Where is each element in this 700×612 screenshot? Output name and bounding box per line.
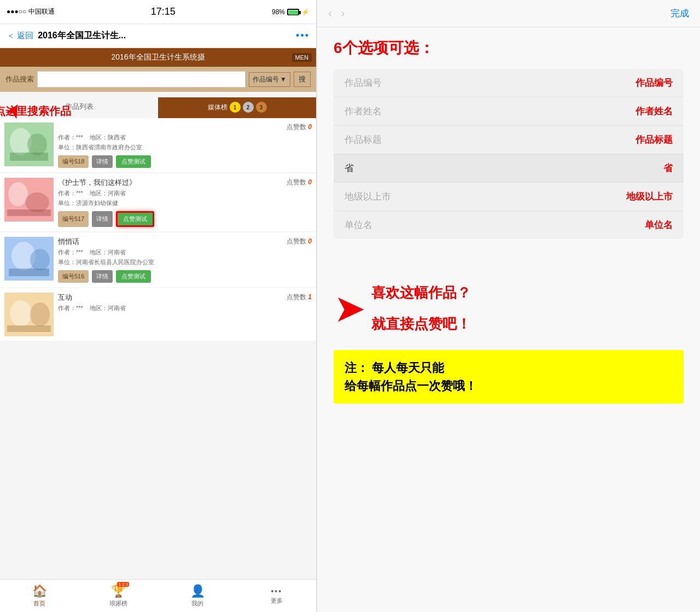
like-button-1[interactable]: 点赞测试: [116, 155, 151, 168]
tab-more[interactable]: ••• 更多: [237, 580, 317, 612]
notice-box: 注： 每人每天只能 给每幅作品点一次赞哦！: [334, 350, 684, 404]
nav-title: 2016年全国卫生计生...: [38, 30, 291, 42]
like-section: ➤ 喜欢这幅作品？ 就直接点赞吧！ 注： 每人每天只能 给每幅作品点一次赞哦！: [334, 272, 684, 404]
work-title-row-2: 《护士节，我们这样过》 点赞数 0: [58, 178, 312, 188]
more-button[interactable]: •••: [296, 30, 310, 42]
option-right-1: 作品编号: [509, 77, 673, 89]
nav-arrows: ‹ ›: [328, 7, 345, 21]
option-row-6[interactable]: 单位名 单位名: [334, 211, 684, 239]
time-text: 17:15: [151, 6, 176, 18]
option-row-3[interactable]: 作品标题 作品标题: [334, 126, 684, 154]
code-button-2[interactable]: 编号517: [58, 211, 89, 227]
bottom-tabbar: 🏠 首页 🏆 1 2 3 琅琊榜 👤 我的 ••• 更多: [0, 579, 316, 612]
notice-line2: 给每幅作品点一次赞哦！: [345, 377, 673, 395]
search-label: 作品搜索: [5, 74, 34, 84]
forward-arrow[interactable]: ›: [341, 7, 345, 21]
work-list: 点赞数 0 作者：*** 地区：陕西省 单位：陕西省渭南市政府办公室 编号518: [0, 118, 316, 579]
work-meta-1b: 单位：陕西省渭南市政府办公室: [58, 143, 312, 151]
search-input[interactable]: [41, 75, 242, 84]
detail-button-3[interactable]: 详情: [92, 270, 113, 283]
work-actions-2: 编号517 详情 点赞测试: [58, 211, 312, 227]
option-left-1: 作品编号: [345, 77, 509, 89]
work-title-4: 互动: [58, 293, 287, 302]
svg-point-6: [25, 193, 49, 212]
option-row-1[interactable]: 作品编号 作品编号: [334, 69, 684, 97]
tab-home-label: 首页: [33, 599, 45, 608]
svg-rect-4: [4, 178, 54, 222]
work-info-1: 点赞数 0 作者：*** 地区：陕西省 单位：陕西省渭南市政府办公室 编号518: [58, 123, 312, 168]
options-section: 6个选项可选： 作品编号 作品编号 作者姓名 作者姓名 作品标题: [334, 38, 684, 255]
likes-count-2: 点赞数 0: [287, 178, 312, 187]
svg-rect-11: [9, 269, 49, 276]
mine-icon: 👤: [190, 584, 205, 598]
option-left-4: 省: [345, 162, 509, 174]
code-button-1[interactable]: 编号518: [58, 155, 89, 168]
app-header: 2016年全国卫生计生系统摄 MEN: [0, 48, 316, 67]
work-thumbnail-3: [4, 237, 54, 281]
svg-rect-12: [4, 293, 54, 336]
search-type-button[interactable]: 作品编号 ▼: [249, 72, 290, 87]
detail-button-1[interactable]: 详情: [92, 155, 113, 168]
like-arrow-row: ➤ 喜欢这幅作品？ 就直接点赞吧！: [334, 272, 684, 345]
svg-point-10: [30, 249, 50, 271]
option-row-4[interactable]: 省 省: [334, 154, 684, 183]
nav-bar: ＜ 返回 2016年全国卫生计生... •••: [0, 24, 316, 48]
dropdown-icon: ▼: [280, 75, 287, 83]
svg-point-13: [10, 300, 32, 327]
tab-rankings[interactable]: 🏆 1 2 3 琅琊榜: [79, 580, 159, 612]
menu-button[interactable]: MEN: [292, 53, 312, 62]
tab-rankings-label: 媒体榜: [208, 103, 228, 112]
work-title-row-1: 点赞数 0: [58, 123, 312, 132]
rank-badge-3: 3: [256, 102, 267, 113]
tab-mine[interactable]: 👤 我的: [158, 580, 237, 612]
work-meta-1a: 作者：*** 地区：陕西省: [58, 133, 312, 142]
search-submit-button[interactable]: 搜: [294, 72, 311, 87]
work-title-row-4: 互动 点赞数 1: [58, 293, 312, 302]
option-left-3: 作品标题: [345, 133, 509, 146]
like-annotation-area: ➤ 喜欢这幅作品？ 就直接点赞吧！ 注： 每人每天只能 给每幅作品点一次赞哦！: [334, 272, 684, 404]
right-nav: ‹ › 完成: [317, 0, 700, 27]
search-type-label: 作品编号: [253, 75, 279, 84]
likes-count-4: 点赞数 1: [287, 293, 312, 302]
option-right-5: 地级以上市: [509, 190, 673, 203]
work-info-2: 《护士节，我们这样过》 点赞数 0 作者：*** 地区：河南省 单位：济源市妇幼…: [58, 178, 312, 227]
back-arrow[interactable]: ‹: [328, 7, 332, 21]
like-button-2[interactable]: 点赞测试: [116, 211, 154, 227]
rank-badge-1: 1: [230, 102, 241, 113]
option-right-3: 作品标题: [509, 133, 673, 146]
work-title-row-3: 悄悄话 点赞数 0: [58, 237, 312, 247]
likes-count-1: 点赞数 0: [287, 123, 312, 132]
work-thumbnail-4: [4, 293, 54, 336]
battery-area: 98% ⚡: [272, 8, 310, 16]
code-button-3[interactable]: 编号516: [58, 270, 89, 283]
like-annotation-line2: 就直接点赞吧！: [371, 314, 471, 334]
right-content: 6个选项可选： 作品编号 作品编号 作者姓名 作者姓名 作品标题: [317, 27, 700, 612]
work-actions-1: 编号518 详情 点赞测试: [58, 155, 312, 168]
tab-rankings-label-bottom: 琅琊榜: [109, 599, 127, 608]
option-row-5[interactable]: 地级以上市 地级以上市: [334, 183, 684, 211]
option-left-5: 地级以上市: [345, 190, 509, 203]
rank-badge-2: 2: [243, 102, 254, 113]
work-meta-3b: 单位：河南省长垣县人民医院办公室: [58, 258, 312, 266]
option-right-6: 单位名: [509, 219, 673, 231]
svg-rect-8: [4, 237, 54, 281]
work-meta-3a: 作者：*** 地区：河南省: [58, 248, 312, 257]
svg-point-5: [8, 182, 28, 206]
svg-rect-3: [10, 153, 48, 161]
tab-home[interactable]: 🏠 首页: [0, 580, 79, 612]
detail-button-2[interactable]: 详情: [92, 211, 113, 227]
tab-rankings[interactable]: 媒体榜 1 2 3: [158, 97, 316, 118]
svg-point-14: [30, 302, 50, 327]
done-button[interactable]: 完成: [670, 7, 689, 20]
tab-mine-label: 我的: [191, 599, 203, 608]
like-annotation-text: 喜欢这幅作品？ 就直接点赞吧！: [371, 272, 471, 345]
svg-rect-7: [7, 209, 51, 216]
work-thumbnail-2: [4, 178, 54, 222]
like-button-3[interactable]: 点赞测试: [116, 270, 151, 283]
battery-icon: [287, 9, 299, 15]
back-button[interactable]: ＜ 返回: [7, 31, 33, 41]
notice-line1: 注： 每人每天只能: [345, 359, 673, 377]
option-left-6: 单位名: [345, 219, 509, 231]
option-row-2[interactable]: 作者姓名 作者姓名: [334, 97, 684, 126]
rankings-icon: 🏆 1 2 3: [111, 584, 126, 598]
